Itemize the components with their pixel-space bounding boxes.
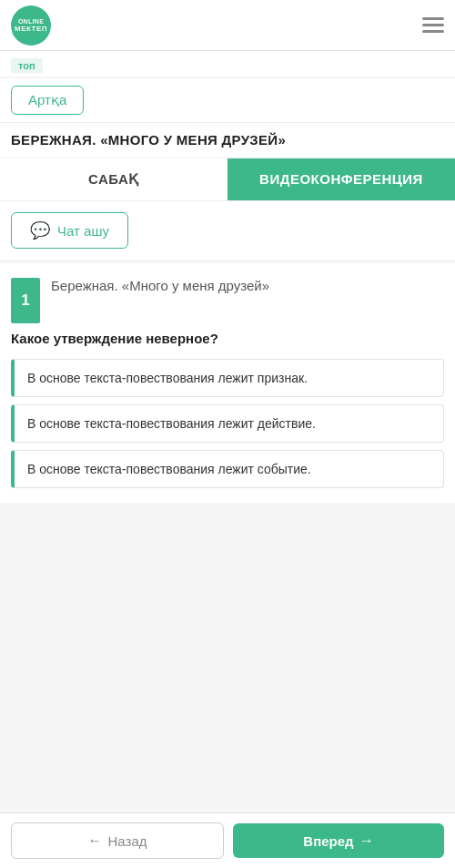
nav-forward-button[interactable]: Вперед → xyxy=(233,823,444,858)
nav-forward-label: Вперед xyxy=(303,833,353,849)
question-number-badge: 1 xyxy=(11,278,40,323)
nav-back-label: Назад xyxy=(108,833,147,849)
lesson-title: БЕРЕЖНАЯ. «МНОГО У МЕНЯ ДРУЗЕЙ» xyxy=(11,132,286,148)
answer-text-3: В основе текста-повествования лежит собы… xyxy=(27,462,311,476)
bottom-nav: ← Назад Вперед → xyxy=(0,812,455,868)
arrow-right-icon: → xyxy=(359,832,374,849)
app-header: ONLINE МЕКТЕП xyxy=(0,0,455,51)
logo-text-top: ONLINE xyxy=(18,18,44,25)
arrow-left-icon: ← xyxy=(88,832,103,849)
chat-button-label: Чат ашу xyxy=(57,223,109,239)
tab-sabak[interactable]: САБАҚ xyxy=(0,158,228,200)
tab-video[interactable]: ВИДЕОКОНФЕРЕНЦИЯ xyxy=(228,158,455,200)
chat-open-button[interactable]: 💬 Чат ашу xyxy=(11,212,128,249)
back-button[interactable]: Артқа xyxy=(11,86,84,115)
content-subtitle: Бережная. «Много у меня друзей» xyxy=(11,278,444,293)
back-section: Артқа xyxy=(0,78,455,122)
answer-option-3[interactable]: В основе текста-повествования лежит собы… xyxy=(11,450,444,488)
answer-text-2: В основе текста-повествования лежит дейс… xyxy=(27,416,316,431)
answer-text-1: В основе текста-повествования лежит приз… xyxy=(27,371,308,385)
hamburger-menu-icon[interactable] xyxy=(422,17,444,33)
answer-option-2[interactable]: В основе текста-повествования лежит дейс… xyxy=(11,404,444,443)
top-label: топ xyxy=(11,58,43,73)
content-area: 1 Бережная. «Много у меня друзей» Какое … xyxy=(0,263,455,503)
logo-text-bottom: МЕКТЕП xyxy=(15,25,47,33)
lesson-title-bar: БЕРЕЖНАЯ. «МНОГО У МЕНЯ ДРУЗЕЙ» xyxy=(0,122,455,158)
answer-option-1[interactable]: В основе текста-повествования лежит приз… xyxy=(11,359,444,397)
nav-back-button[interactable]: ← Назад xyxy=(11,822,224,859)
tabs-row: САБАҚ ВИДЕОКОНФЕРЕНЦИЯ xyxy=(0,158,455,200)
chat-icon: 💬 xyxy=(30,220,50,240)
question-text: Какое утверждение неверное? xyxy=(11,331,444,346)
chat-section: 💬 Чат ашу xyxy=(0,200,455,260)
app-logo: ONLINE МЕКТЕП xyxy=(11,5,51,46)
